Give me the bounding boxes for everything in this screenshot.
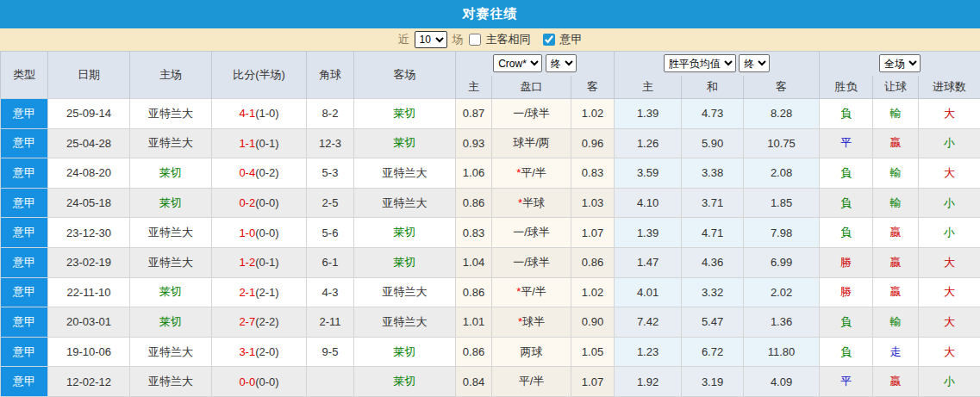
handicap-cell: 一/球半 (492, 99, 571, 129)
same-venue-checkbox[interactable] (469, 34, 481, 46)
home-team: 亚特兰大 (130, 367, 212, 397)
result-cell: 負 (820, 188, 873, 218)
odds-home-cell: 1.06 (456, 158, 492, 189)
sub-header-odds-home: 主 (456, 76, 492, 99)
score-cell: 0-0(0-0) (212, 367, 307, 397)
table-body: 意甲25-09-14亚特兰大4-1(1-0)8-2莱切0.87一/球半1.021… (1, 99, 980, 397)
odds-home-cell: 0.86 (456, 188, 492, 218)
filter-bar: 近 10 场 主客相同 意甲 (0, 28, 980, 51)
avg-home-cell: 1.47 (615, 247, 682, 277)
score-cell: 1-2(0-1) (212, 247, 307, 277)
odds-home-cell: 0.86 (456, 337, 492, 367)
sub-header-avg-home: 主 (615, 76, 682, 99)
avg-draw-cell: 3.71 (682, 188, 744, 218)
handicap-result-cell: 贏 (873, 218, 919, 248)
goals-result-cell: 大 (919, 247, 980, 277)
goals-result-cell: 大 (919, 307, 980, 338)
odds-away-cell: 1.05 (571, 337, 615, 367)
result-cell: 負 (820, 99, 873, 129)
home-team: 亚特兰大 (130, 247, 212, 277)
avg-home-cell: 4.10 (615, 188, 682, 218)
home-team: 亚特兰大 (130, 128, 212, 158)
league-checkbox[interactable] (543, 34, 555, 46)
head-to-head-table: 类型 日期 主场 比分(半场) 角球 客场 Crow* 终 胜平负均值 终 全场… (0, 51, 980, 397)
corner-cell: 12-3 (307, 128, 354, 158)
date-cell: 25-09-14 (48, 99, 130, 129)
score-cell: 1-1(0-1) (212, 128, 307, 158)
avg-away-cell: 1.85 (744, 188, 820, 218)
home-team: 亚特兰大 (130, 337, 212, 367)
avg-draw-cell: 3.38 (682, 158, 744, 189)
table-row: 意甲23-02-19亚特兰大1-2(0-1)6-1莱切1.04一/球半0.861… (1, 247, 980, 277)
odds-company-header: Crow* 终 (456, 52, 615, 76)
sub-header-avg-draw: 和 (682, 76, 744, 99)
odds-home-cell: 0.83 (456, 218, 492, 248)
odds-company-select[interactable]: Crow* (493, 54, 542, 72)
avg-away-cell: 7.98 (744, 218, 820, 248)
league-cell: 意甲 (1, 307, 48, 338)
odds-home-cell: 0.93 (456, 128, 492, 158)
result-cell: 負 (820, 307, 873, 338)
date-cell: 22-11-10 (48, 277, 130, 307)
sub-header-handicap-result: 让球 (873, 76, 919, 99)
sub-header-odds-away: 客 (571, 76, 615, 99)
odds-state-select[interactable]: 终 (546, 54, 577, 72)
corner-cell: 9-5 (307, 337, 354, 367)
goals-result-cell: 大 (919, 337, 980, 367)
corner-cell: 4-3 (307, 277, 354, 307)
odds-home-cell: 0.87 (456, 99, 492, 129)
table-row: 意甲24-08-20莱切0-4(0-2)5-3亚特兰大1.06*平/半0.833… (1, 158, 980, 189)
score-cell: 3-1(2-0) (212, 337, 307, 367)
handicap-cell: 平/半 (492, 367, 571, 397)
avg-home-cell: 3.59 (615, 158, 682, 189)
home-team: 莱切 (130, 158, 212, 189)
date-cell: 19-10-06 (48, 337, 130, 367)
league-cell: 意甲 (1, 337, 48, 367)
odds-away-cell: 1.02 (571, 99, 615, 129)
league-cell: 意甲 (1, 128, 48, 158)
date-cell: 25-04-28 (48, 128, 130, 158)
col-header-score: 比分(半场) (212, 52, 307, 99)
avg-select[interactable]: 胜平负均值 (664, 54, 736, 72)
away-team: 莱切 (354, 218, 456, 248)
league-cell: 意甲 (1, 277, 48, 307)
avg-home-cell: 1.26 (615, 128, 682, 158)
sub-header-handicap: 盘口 (492, 76, 571, 99)
avg-away-cell: 6.99 (744, 247, 820, 277)
corner-cell: 2-5 (307, 188, 354, 218)
title-bar: 对赛往绩 (0, 0, 980, 28)
goals-result-cell: 大 (919, 277, 980, 307)
odds-away-cell: 0.83 (571, 158, 615, 189)
league-cell: 意甲 (1, 99, 48, 129)
avg-home-cell: 7.42 (615, 307, 682, 338)
result-cell: 負 (820, 337, 873, 367)
avg-draw-cell: 5.47 (682, 307, 744, 338)
handicap-result-cell: 贏 (873, 128, 919, 158)
score-cell: 2-1(2-1) (212, 277, 307, 307)
score-cell: 0-2(0-0) (212, 188, 307, 218)
score-cell: 0-4(0-2) (212, 158, 307, 189)
league-cell: 意甲 (1, 188, 48, 218)
odds-home-cell: 0.84 (456, 367, 492, 397)
odds-away-cell: 0.86 (571, 247, 615, 277)
col-header-date: 日期 (48, 52, 130, 99)
odds-away-cell: 0.96 (571, 128, 615, 158)
table-row: 意甲20-03-01莱切2-7(2-2)2-11亚特兰大1.01*球半0.907… (1, 307, 980, 338)
corner-cell (307, 367, 354, 397)
page-title: 对赛往绩 (463, 6, 518, 22)
avg-draw-cell: 4.36 (682, 247, 744, 277)
scope-select[interactable]: 全场 (879, 54, 921, 72)
match-count-select[interactable]: 10 (415, 31, 447, 48)
handicap-change-icon: * (516, 166, 521, 179)
corner-cell: 5-6 (307, 218, 354, 248)
date-cell: 23-02-19 (48, 247, 130, 277)
scope-header: 全场 (820, 52, 980, 76)
result-cell: 勝 (820, 277, 873, 307)
avg-header: 胜平负均值 终 (615, 52, 820, 76)
same-venue-label: 主客相同 (486, 32, 531, 47)
handicap-result-cell: 走 (873, 337, 919, 367)
handicap-cell: 两球 (492, 337, 571, 367)
avg-draw-cell: 4.71 (682, 218, 744, 248)
avg-state-select[interactable]: 终 (739, 54, 770, 72)
away-team: 莱切 (354, 247, 456, 277)
